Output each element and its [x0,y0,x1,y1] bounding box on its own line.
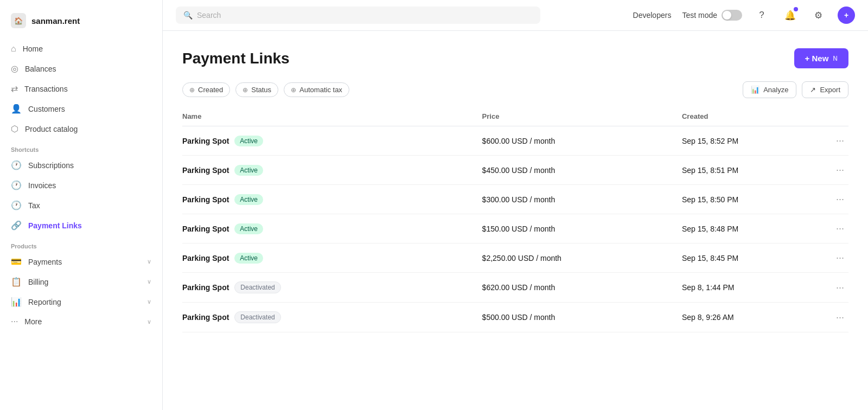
analyze-button[interactable]: 📊Analyze [743,81,796,98]
table-row[interactable]: Parking SpotActive$300.00 USD / monthSep… [182,185,848,214]
status-badge: Deactivated [234,311,280,323]
sidebar-item-customers[interactable]: 👤 Customers [0,99,162,119]
sidebar-item-subscriptions[interactable]: 🕐 Subscriptions [0,155,162,175]
cell-actions[interactable]: ··· [815,244,848,273]
cell-price: $2,250.00 USD / month [482,244,682,273]
cell-created: Sep 15, 8:51 PM [682,156,815,185]
status-badge: Active [234,136,263,146]
row-name-text: Parking Spot [182,137,229,145]
more-menu-button[interactable]: ··· [832,310,848,325]
sidebar-label-invoices: Invoices [28,181,56,190]
col-header-created: Created [682,107,815,126]
cell-price: $500.00 USD / month [482,303,682,332]
chevron-icon: ∨ [147,278,151,285]
cell-actions[interactable]: ··· [815,303,848,332]
col-header-price: Price [482,107,682,126]
cell-actions[interactable]: ··· [815,214,848,244]
brand-icon: 🏠 [11,13,26,28]
reporting-icon: 📊 [11,297,22,307]
filter-bar-right: 📊Analyze↗Export [743,81,848,98]
export-icon: ↗ [810,86,816,94]
notification-icon[interactable]: 🔔 [781,7,799,24]
search-input[interactable]: Search [197,11,221,20]
cell-actions[interactable]: ··· [815,273,848,303]
table-row[interactable]: Parking SpotDeactivated$620.00 USD / mon… [182,273,848,303]
table-row[interactable]: Parking SpotDeactivated$500.00 USD / mon… [182,303,848,332]
cell-created: Sep 8, 1:44 PM [682,273,815,303]
status-badge: Active [234,223,263,234]
sidebar-item-billing[interactable]: 📋 Billing ∨ [0,272,162,292]
developers-link[interactable]: Developers [633,11,672,20]
sidebar-item-invoices[interactable]: 🕐 Invoices [0,175,162,195]
more-menu-button[interactable]: ··· [832,221,848,236]
more-menu-button[interactable]: ··· [832,250,848,265]
cell-name: Parking SpotActive [182,156,482,185]
help-icon[interactable]: ? [753,7,770,24]
avatar[interactable]: + [838,7,855,24]
nav-more: ··· More ∨ [0,312,162,331]
sidebar-label-subscriptions: Subscriptions [28,161,74,170]
sidebar-item-transactions[interactable]: ⇄ Transactions [0,79,162,99]
brand[interactable]: 🏠 sanman.rent [0,9,162,39]
test-mode-label: Test mode [682,11,717,20]
shortcuts-label: Shortcuts [0,139,162,155]
export-button[interactable]: ↗Export [802,81,848,98]
search-icon: 🔍 [183,11,193,20]
cell-name: Parking SpotDeactivated [182,303,482,332]
filter-chip-created[interactable]: ⊕Created [182,82,230,97]
table-row[interactable]: Parking SpotActive$2,250.00 USD / monthS… [182,244,848,273]
sidebar-item-product-catalog[interactable]: ⬡ Product catalog [0,119,162,139]
sidebar-item-payment-links[interactable]: 🔗 Payment Links [0,215,162,235]
payments-icon: 💳 [11,257,22,267]
filter-chip-status[interactable]: ⊕Status [235,82,278,97]
nav-shortcuts: 🕐 Subscriptions 🕐 Invoices 🕐 Tax [0,155,162,235]
more-menu-button[interactable]: ··· [832,280,848,295]
export-label: Export [820,86,840,94]
analyze-icon: 📊 [751,86,760,94]
cell-name: Parking SpotActive [182,185,482,214]
invoices-icon: 🕐 [11,180,22,190]
sidebar-item-tax[interactable]: 🕐 Tax [0,195,162,215]
plus-icon: ⊕ [189,86,195,94]
table-row[interactable]: Parking SpotActive$450.00 USD / monthSep… [182,156,848,185]
table-row[interactable]: Parking SpotActive$600.00 USD / monthSep… [182,126,848,156]
sidebar-item-reporting[interactable]: 📊 Reporting ∨ [0,292,162,312]
more-menu-button[interactable]: ··· [832,191,848,207]
subscriptions-icon: 🕐 [11,160,22,170]
sidebar-label-product-catalog: Product catalog [25,125,78,133]
cell-actions[interactable]: ··· [815,185,848,214]
cell-actions[interactable]: ··· [815,156,848,185]
more-menu-button[interactable]: ··· [832,162,848,177]
sidebar-label-payments: Payments [28,258,62,266]
sidebar-label-home: Home [23,44,43,53]
search-box[interactable]: 🔍 Search [176,7,540,24]
col-header-name: Name [182,107,482,126]
filter-chip-automatic-tax[interactable]: ⊕Automatic tax [284,82,349,97]
test-mode-toggle[interactable] [722,10,742,21]
toggle-knob [723,11,731,20]
table-row[interactable]: Parking SpotActive$150.00 USD / monthSep… [182,214,848,244]
status-badge: Active [234,194,263,205]
sidebar-label-customers: Customers [28,105,65,113]
cell-name: Parking SpotDeactivated [182,273,482,303]
analyze-label: Analyze [763,86,788,94]
sidebar-item-home[interactable]: ⌂ Home [0,39,162,59]
more-menu-button[interactable]: ··· [832,133,848,148]
chevron-icon: ∨ [147,298,151,305]
payment-links-table: NamePriceCreated Parking SpotActive$600.… [182,107,848,332]
sidebar-item-balances[interactable]: ◎ Balances [0,59,162,79]
settings-icon[interactable]: ⚙ [809,7,827,24]
new-button[interactable]: + New N [794,48,848,68]
home-icon: ⌂ [11,44,16,54]
row-name-text: Parking Spot [182,195,229,204]
row-name-text: Parking Spot [182,254,229,262]
cell-price: $620.00 USD / month [482,273,682,303]
cell-actions[interactable]: ··· [815,126,848,156]
status-badge: Active [234,253,263,264]
transactions-icon: ⇄ [11,84,18,94]
sidebar-item-payments[interactable]: 💳 Payments ∨ [0,252,162,272]
status-badge: Deactivated [234,281,280,293]
table-header: NamePriceCreated [182,107,848,126]
cell-name: Parking SpotActive [182,126,482,156]
sidebar-item-more[interactable]: ··· More ∨ [0,312,162,331]
